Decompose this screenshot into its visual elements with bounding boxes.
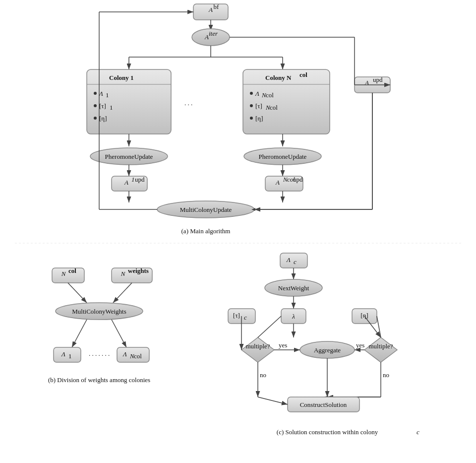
colonyn-item3: [η] xyxy=(255,115,263,122)
anupd-label: A xyxy=(275,179,280,186)
tauc-sub: c xyxy=(244,314,247,321)
no2-label: no xyxy=(383,371,389,379)
lambda-label: λ xyxy=(292,313,295,320)
aiter-label: A xyxy=(204,33,209,41)
colonyn-bullet3 xyxy=(250,117,253,120)
colony1-title: Colony 1 xyxy=(109,74,133,81)
aiter-super: iter xyxy=(209,30,218,37)
cs-label: ConstructSolution xyxy=(300,401,347,408)
aggregate-label: Aggregate xyxy=(314,346,341,354)
arrow-nweights-mcw xyxy=(113,283,132,303)
colonyn-bullet2 xyxy=(250,104,253,107)
abf-label: A xyxy=(208,6,213,13)
nw-label: NextWeight xyxy=(278,284,309,292)
multiple1-diamond xyxy=(241,337,274,362)
nweights-label: N xyxy=(120,270,126,277)
pheromone1-label: PheromoneUpdate xyxy=(105,153,153,160)
multiple2-diamond xyxy=(364,337,397,362)
yes2-label: yes xyxy=(356,341,364,349)
nweights-super: weights xyxy=(128,267,149,274)
no1-label: no xyxy=(260,371,266,379)
a1upd-super: upd xyxy=(135,176,145,183)
abf-super: bf xyxy=(214,3,220,10)
caption-b: (b) Division of weights among colonies xyxy=(48,376,150,384)
weight-dots: · · · · · · · xyxy=(89,351,110,359)
colony1-bullet3 xyxy=(94,117,97,120)
lambda1-box xyxy=(54,347,81,362)
colonyn-item2: [τ] xyxy=(255,102,262,110)
colony-dots: · · · xyxy=(184,101,192,108)
aupd-super: upd xyxy=(373,76,383,83)
a1upd-sub: 1 xyxy=(131,176,135,183)
mcu-label: MultiColonyUpdate xyxy=(180,206,232,213)
caption-c: (c) Solution construction within colony xyxy=(277,428,378,436)
colony1-item2: [τ] xyxy=(99,102,106,110)
lambdac-label: Λ xyxy=(286,256,291,264)
ncol-label: N xyxy=(61,270,66,277)
anupd-super: upd xyxy=(293,176,303,183)
tauc-label: [τ] xyxy=(233,312,240,319)
arrow-ncol-mcw xyxy=(68,283,87,303)
multiple2-label: multiple? xyxy=(368,342,393,350)
caption-c-italic: c xyxy=(416,428,419,436)
arrow-lambda-to-multiple-v xyxy=(258,316,281,337)
colony1-bullet1 xyxy=(94,92,97,95)
colony1-item2-sub: 1 xyxy=(110,104,113,111)
lambdan-label: Λ xyxy=(122,350,127,358)
arrow-eta-v xyxy=(377,316,381,337)
pheromonn-label: PheromoneUpdate xyxy=(259,153,307,160)
yes1-label: yes xyxy=(279,341,287,349)
lambdac-sub: c xyxy=(294,258,297,265)
colonyn-title-super: col xyxy=(299,71,307,78)
colonyn-bullet1 xyxy=(250,92,253,95)
a1upd-label: A xyxy=(124,179,128,186)
arrow-no1-cs xyxy=(258,397,288,404)
mcw-label: MultiColonyWeights xyxy=(72,308,126,315)
colonyn-item1: Λ xyxy=(254,90,259,97)
colonyn-title: Colony N xyxy=(265,74,292,81)
caption-a: (a) Main algorithm xyxy=(181,227,231,235)
eta-label: [η] xyxy=(360,312,368,319)
colonyn-item2-sub2: col xyxy=(270,104,278,111)
colony1-item1-sub: 1 xyxy=(106,91,109,99)
multiple1-label: multiple? xyxy=(245,342,270,350)
lambdan-sub2: col xyxy=(134,352,142,360)
lambda1-sub: 1 xyxy=(68,352,72,360)
diagram-container: A bf A iter Colony 1 Λ 1 [τ] 1 [η] xyxy=(0,0,476,463)
lambda1-label: Λ xyxy=(60,350,65,358)
ncol-super: col xyxy=(68,267,76,274)
colony1-item3: [η] xyxy=(99,115,107,122)
arrow-mcw-lambdan xyxy=(112,320,126,347)
colonyn-item1-sub2: col xyxy=(266,91,274,99)
arrow-mcw-lambda1 xyxy=(72,320,87,347)
colony1-bullet2 xyxy=(94,104,97,107)
